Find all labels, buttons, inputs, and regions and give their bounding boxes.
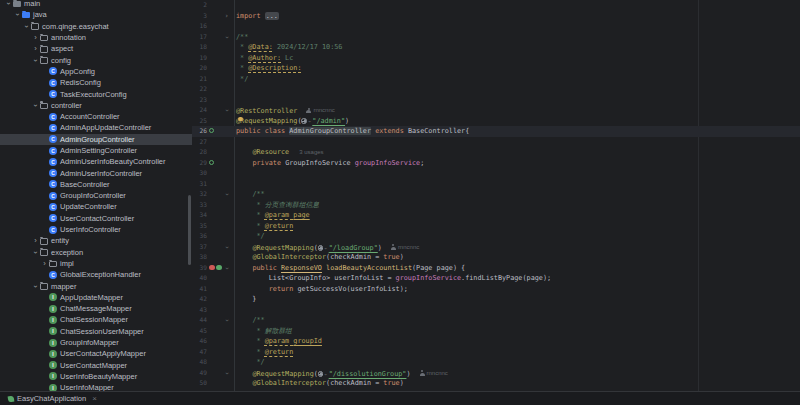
tree-item-UserContactApplyMapper[interactable]: IUserContactApplyMapper: [0, 348, 192, 359]
code-line-50[interactable]: 50 @GlobalInterceptor(checkAdmin = true): [192, 378, 800, 389]
gutter[interactable]: 23: [192, 95, 236, 106]
tree-item-UserInfoController[interactable]: CUserInfoController: [0, 224, 192, 235]
code-line-28[interactable]: 28 @Resource3 usages: [192, 147, 800, 158]
code-line-29[interactable]: 29 private GroupInfoService groupInfoSer…: [192, 158, 800, 169]
code-editor[interactable]: 23›import ...1617›/**18 * @Data: 2024/12…: [192, 0, 800, 405]
gutter[interactable]: 43: [192, 305, 236, 316]
chevron-closed-icon[interactable]: ›: [31, 33, 40, 42]
code-line-17[interactable]: 17›/**: [192, 32, 800, 43]
gutter[interactable]: 21: [192, 74, 236, 85]
chevron-open-icon[interactable]: ›: [31, 56, 40, 65]
code-line-47[interactable]: 47 * @return: [192, 347, 800, 358]
chevron-down-icon[interactable]: ›: [321, 372, 332, 375]
gutter[interactable]: 47: [192, 347, 236, 358]
tree-item-UserContactController[interactable]: CUserContactController: [0, 213, 192, 224]
tree-item-BaseController[interactable]: CBaseController: [0, 179, 192, 190]
tree-item-ChatSessionUserMapper[interactable]: IChatSessionUserMapper: [0, 326, 192, 337]
chevron-open-icon[interactable]: ›: [31, 282, 40, 291]
code-line-44[interactable]: 44› /**: [192, 315, 800, 326]
chevron-open-icon[interactable]: ›: [22, 22, 31, 31]
gutter[interactable]: 2: [192, 0, 236, 11]
gutter[interactable]: 18: [192, 42, 236, 53]
fold-expanded-icon[interactable]: ›: [221, 242, 232, 251]
gutter[interactable]: 39›: [192, 263, 236, 274]
close-icon[interactable]: ×: [92, 395, 97, 403]
request-mapping-icon[interactable]: [209, 265, 215, 271]
tree-item-java[interactable]: ›java: [0, 9, 192, 20]
code-line-32[interactable]: 32› /**: [192, 189, 800, 200]
gutter[interactable]: 22: [192, 84, 236, 95]
tree-item-UserInfoBeautyMapper[interactable]: IUserInfoBeautyMapper: [0, 371, 192, 382]
gutter[interactable]: 16: [192, 21, 236, 32]
tree-item-GroupInfoMapper[interactable]: IGroupInfoMapper: [0, 337, 192, 348]
tree-item-AdminUserInfoController[interactable]: CAdminUserInfoController: [0, 167, 192, 178]
gutter[interactable]: 40: [192, 273, 236, 284]
tree-item-AdminUserInfoBeautyController[interactable]: CAdminUserInfoBeautyController: [0, 156, 192, 167]
code-line-16[interactable]: 16: [192, 21, 800, 32]
tree-item-AdminSettingController[interactable]: CAdminSettingController: [0, 145, 192, 156]
tree-item-TaskExecutorConfig[interactable]: CTaskExecutorConfig: [0, 88, 192, 99]
chevron-closed-icon[interactable]: ›: [31, 44, 40, 53]
code-line-30[interactable]: 30: [192, 168, 800, 179]
tree-item-aspect[interactable]: ›aspect: [0, 43, 192, 54]
code-line-38[interactable]: 38 @GlobalInterceptor(checkAdmin = true): [192, 252, 800, 263]
chevron-closed-icon[interactable]: ›: [40, 259, 49, 268]
code-line-18[interactable]: 18 * @Data: 2024/12/17 10:56: [192, 42, 800, 53]
spring-bean-icon[interactable]: [209, 128, 214, 133]
code-line-3[interactable]: 3›import ...: [192, 11, 800, 22]
gutter[interactable]: 29: [192, 158, 236, 169]
code-line-20[interactable]: 20 * @Description:: [192, 63, 800, 74]
spring-bean-icon[interactable]: [209, 160, 214, 165]
tree-item-mapper[interactable]: ›mapper: [0, 280, 192, 291]
gutter[interactable]: 26: [192, 126, 236, 137]
tree-item-impl[interactable]: ›impl: [0, 258, 192, 269]
code-author-inlay[interactable]: rnncnnc: [306, 105, 334, 116]
code-line-22[interactable]: 22: [192, 84, 800, 95]
chevron-down-icon[interactable]: ›: [304, 119, 315, 122]
tree-item-exception[interactable]: ›exception: [0, 247, 192, 258]
gutter[interactable]: 32›: [192, 189, 236, 200]
gutter[interactable]: 50: [192, 378, 236, 389]
gutter[interactable]: 17›: [192, 32, 236, 43]
code-line-2[interactable]: 2: [192, 0, 800, 11]
code-line-27[interactable]: 27: [192, 137, 800, 148]
chevron-down-icon[interactable]: ›: [321, 246, 332, 249]
tree-item-com.qinge.easychat[interactable]: ›com.qinge.easychat: [0, 21, 192, 32]
gutter[interactable]: 44›: [192, 315, 236, 326]
code-line-49[interactable]: 49› @RequestMapping(›"/dissolutionGroup"…: [192, 368, 800, 379]
gutter[interactable]: 34: [192, 210, 236, 221]
code-line-39[interactable]: 39› public ResponseVO loadBeautyAccountL…: [192, 263, 800, 274]
chevron-open-icon[interactable]: ›: [31, 101, 40, 110]
code-line-37[interactable]: 37› @RequestMapping(›"/loadGroup")rnncnn…: [192, 242, 800, 253]
fold-expanded-icon[interactable]: ›: [221, 368, 232, 377]
code-author-inlay[interactable]: rnncnnc: [420, 368, 448, 379]
tree-item-GlobalExceptionHandler[interactable]: CGlobalExceptionHandler: [0, 269, 192, 280]
chevron-open-icon[interactable]: ›: [31, 248, 40, 257]
run-tab[interactable]: EasyChatApplication ×: [0, 392, 105, 405]
chevron-open-icon[interactable]: ›: [4, 0, 13, 8]
tree-item-ChatSessionMapper[interactable]: IChatSessionMapper: [0, 314, 192, 325]
gutter[interactable]: 36: [192, 231, 236, 242]
intention-bulb-icon[interactable]: [238, 117, 243, 122]
gutter[interactable]: 35: [192, 221, 236, 232]
tree-item-GroupInfoController[interactable]: CGroupInfoController: [0, 190, 192, 201]
tree-item-AppConfig[interactable]: CAppConfig: [0, 66, 192, 77]
code-line-35[interactable]: 35 * @return: [192, 221, 800, 232]
tree-item-ChatMessageMapper[interactable]: IChatMessageMapper: [0, 303, 192, 314]
chevron-open-icon[interactable]: ›: [13, 10, 22, 19]
code-line-46[interactable]: 46 * @param groupId: [192, 336, 800, 347]
code-line-40[interactable]: 40 List<GroupInfo> userInfoList = groupI…: [192, 273, 800, 284]
code-line-43[interactable]: 43: [192, 305, 800, 316]
tree-scrollbar[interactable]: [188, 195, 191, 265]
chevron-closed-icon[interactable]: ›: [31, 236, 40, 245]
gutter[interactable]: 45: [192, 326, 236, 337]
fold-collapsed-icon[interactable]: ›: [222, 11, 231, 22]
fold-expanded-icon[interactable]: ›: [221, 316, 232, 325]
tree-item-entity[interactable]: ›entity: [0, 235, 192, 246]
gutter[interactable]: 41: [192, 284, 236, 295]
gutter[interactable]: 42: [192, 294, 236, 305]
gutter[interactable]: 19: [192, 53, 236, 64]
fold-expanded-icon[interactable]: ›: [221, 263, 232, 272]
code-author-inlay[interactable]: rnncnnc: [391, 242, 419, 253]
tree-item-AppUpdateMapper[interactable]: IAppUpdateMapper: [0, 292, 192, 303]
